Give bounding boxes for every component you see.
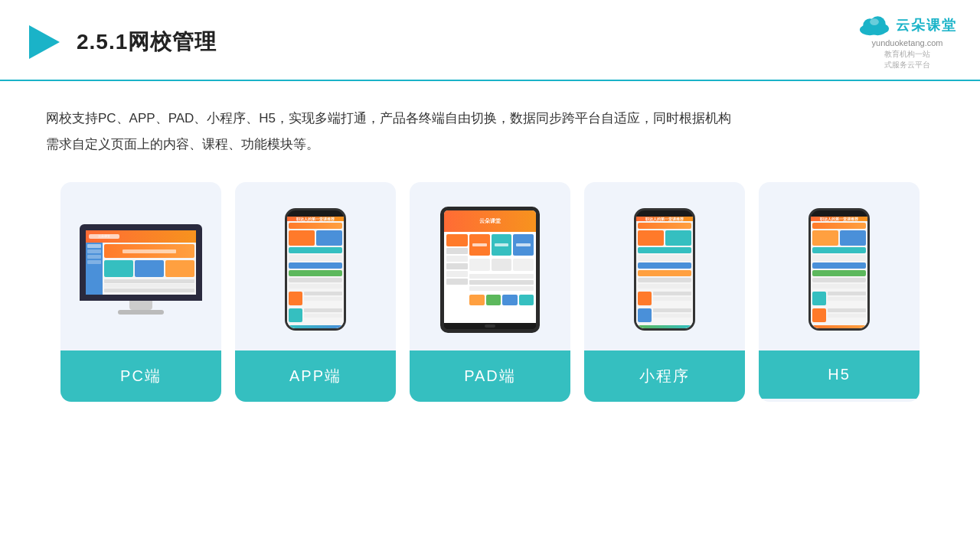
- phone-h5-mockup: 职达人的第一堂课推荐: [808, 208, 870, 331]
- pc-screen: 云朵课堂: [80, 224, 202, 301]
- logo-tagline: 教育机构一站 式服务云平台: [884, 49, 930, 70]
- logo-cloud: 云朵课堂: [858, 14, 957, 37]
- card-pc-label: PC端: [60, 350, 221, 402]
- page-header: 2.5.1网校管理 云朵课堂 yunduoketang.com 教育机构一站 式…: [0, 0, 980, 81]
- card-h5-label: H5: [759, 350, 920, 399]
- monitor-base: [118, 310, 164, 315]
- logo-url: yunduoketang.com: [872, 38, 943, 47]
- phone-app-mockup: 职达人的第一堂课推荐: [285, 208, 346, 331]
- logo-area: 云朵课堂 yunduoketang.com 教育机构一站 式服务云平台: [858, 14, 957, 70]
- card-h5-image: 职达人的第一堂课推荐: [759, 182, 920, 350]
- card-app-label: APP端: [235, 350, 396, 402]
- card-app: 职达人的第一堂课推荐: [235, 182, 396, 402]
- phone-h5-notch: [828, 210, 850, 217]
- description-text: 网校支持PC、APP、PAD、小程序、H5，实现多端打通，产品各终端自由切换，数…: [46, 106, 934, 158]
- svg-point-6: [870, 18, 879, 25]
- card-miniapp-image: 职达人的第一堂课推荐: [584, 182, 745, 350]
- card-pad: 云朵课堂: [410, 182, 570, 402]
- page-title: 2.5.1网校管理: [77, 28, 217, 57]
- card-pad-label: PAD端: [410, 350, 570, 402]
- card-miniapp: 职达人的第一堂课推荐: [584, 182, 745, 402]
- cloud-icon: [858, 14, 891, 37]
- phone-miniapp-notch: [654, 210, 675, 217]
- phone-notch: [305, 210, 326, 217]
- card-h5: 职达人的第一堂课推荐: [759, 182, 920, 402]
- svg-point-5: [877, 24, 889, 34]
- phone-screen: 职达人的第一堂课推荐: [287, 217, 344, 328]
- card-pc: 云朵课堂: [60, 182, 221, 402]
- svg-marker-0: [29, 25, 60, 59]
- logo-text: 云朵课堂: [896, 16, 957, 34]
- cards-container: 云朵课堂: [38, 182, 942, 402]
- phone-miniapp-mockup: 职达人的第一堂课推荐: [634, 208, 695, 331]
- brand-icon: [23, 22, 63, 62]
- card-miniapp-label: 小程序: [584, 350, 745, 402]
- card-pad-image: 云朵课堂: [410, 182, 570, 350]
- monitor-stand: [129, 301, 152, 310]
- phone-h5-screen: 职达人的第一堂课推荐: [811, 217, 867, 328]
- tablet-screen: 云朵课堂: [444, 210, 536, 323]
- tablet-mockup: 云朵课堂: [440, 207, 540, 333]
- phone-miniapp-screen: 职达人的第一堂课推荐: [636, 217, 693, 328]
- card-app-image: 职达人的第一堂课推荐: [235, 182, 396, 350]
- header-left: 2.5.1网校管理: [23, 22, 217, 62]
- card-pc-image: 云朵课堂: [60, 182, 221, 350]
